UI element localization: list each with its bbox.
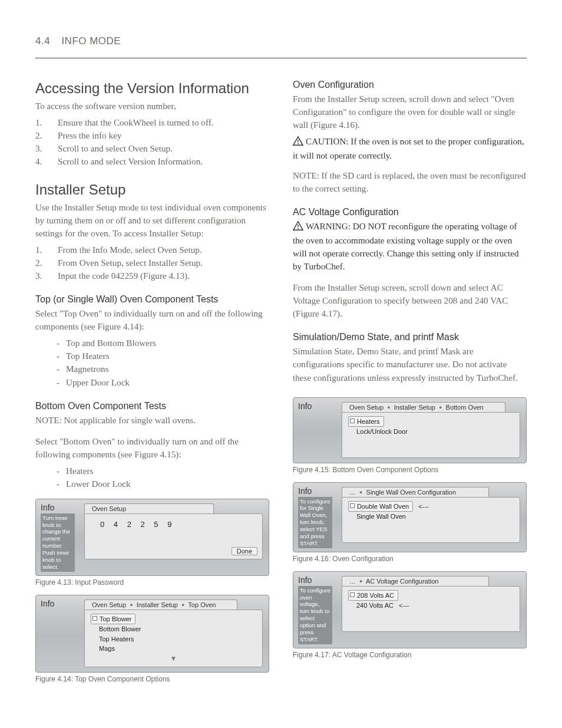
lcd-title: Info <box>298 486 332 496</box>
step: Input the code 042259 (Figure 4.13). <box>35 269 269 282</box>
step: Scroll to and select Oven Setup. <box>35 142 269 155</box>
caution-text: CAUTION: If the oven is not set to the p… <box>293 136 524 160</box>
figure-caption: Figure 4.15: Bottom Oven Component Optio… <box>293 466 527 474</box>
heading-top-tests: Top (or Single Wall) Oven Component Test… <box>35 294 269 305</box>
figure-4-15: Info Oven Setup ● Installer Setup ● Bott… <box>293 397 527 474</box>
installer-steps: From the Info Mode, select Oven Setup. F… <box>35 243 269 282</box>
figure-caption: Figure 4.16: Oven Configuration <box>293 555 527 563</box>
step: From the Info Mode, select Oven Setup. <box>35 243 269 256</box>
menu-item[interactable]: Bottom Blower <box>91 624 256 634</box>
figure-4-17: Info To configure oven voltage, turn kno… <box>293 571 527 659</box>
oven-config-note: NOTE: If the SD card is replaced, the ov… <box>293 169 527 195</box>
crumb: Installer Setup <box>137 601 178 608</box>
breadcrumb-sep-icon: ● <box>359 489 362 495</box>
password-code: 0 4 2 2 5 9 <box>91 518 256 529</box>
lcd-title: Info <box>41 503 75 512</box>
crumb: Top Oven <box>188 601 216 608</box>
figure-caption: Figure 4.17: AC Voltage Configuration <box>293 651 527 659</box>
ac-warning: WARNING: DO NOT reconfigure the operatin… <box>293 220 527 273</box>
bottom-tests-intro: Select "Bottom Oven" to individually tur… <box>35 435 269 461</box>
oven-config-intro: From the Installer Setup screen, scroll … <box>293 93 527 131</box>
top-tests-list: Top and Bottom Blowers Top Heaters Magne… <box>57 337 269 388</box>
breadcrumb-sep-icon: ● <box>181 602 184 608</box>
crumb: Single Wall Oven Configuration <box>366 489 456 496</box>
page-header: 4.4 INFO MODE <box>35 35 527 58</box>
selection-arrow-icon: <--- <box>399 602 409 609</box>
warning-icon <box>293 136 303 149</box>
lcd-title: Info <box>41 599 75 608</box>
lcd-tab: Oven Setup ● Installer Setup ● Top Oven <box>84 599 237 610</box>
lcd-tab-label: Oven Setup <box>92 505 126 512</box>
lcd-panel: 0 4 2 2 5 9 Done <box>84 513 263 559</box>
figure-4-14: Info Oven Setup ● Installer Setup ● Top … <box>35 595 269 683</box>
menu-item-selected[interactable]: 208 Volts AC <box>348 590 398 601</box>
figure-caption: Figure 4.14: Top Oven Component Options <box>35 675 269 683</box>
menu-item[interactable]: Single Wall Oven <box>348 512 514 522</box>
lcd-sidebar-note: To configure oven voltage, turn knob to … <box>298 586 332 644</box>
warning-icon <box>293 221 303 234</box>
lcd-panel: Heaters Lock/Unlock Door <box>342 412 520 458</box>
section-title: INFO MODE <box>61 35 121 47</box>
lcd-sidebar-note: Turn inner knob to change the current nu… <box>41 513 75 572</box>
section-number: 4.4 <box>35 35 50 47</box>
menu-item-selected[interactable]: Double Wall Oven <box>348 501 413 512</box>
svg-point-1 <box>297 143 299 144</box>
menu-item-selected[interactable]: Top Blower <box>91 614 135 625</box>
list-item: Heaters <box>57 465 269 477</box>
scroll-down-icon: ▼ <box>91 655 256 662</box>
breadcrumb-sep-icon: ● <box>359 578 362 584</box>
bottom-tests-note: NOTE: Not applicable for single wall ove… <box>35 414 269 427</box>
step: Press the info key <box>35 129 269 142</box>
right-column: Oven Configuration From the Installer Se… <box>293 80 527 683</box>
bottom-tests-list: Heaters Lower Door Lock <box>57 465 269 490</box>
selection-arrow-icon: <--- <box>418 503 428 510</box>
heading-oven-config: Oven Configuration <box>293 80 527 90</box>
list-item: Top Heaters <box>57 350 269 363</box>
step: From Oven Setup, select Installer Setup. <box>35 256 269 269</box>
ac-intro: From the Installer Setup screen, scroll … <box>293 281 527 320</box>
svg-point-3 <box>297 228 299 229</box>
lcd-panel: Top Blower Bottom Blower Top Heaters Mag… <box>84 610 263 667</box>
crumb: Installer Setup <box>394 404 435 411</box>
crumb: Oven Setup <box>92 601 126 608</box>
warning-text: WARNING: DO NOT reconfigure the operatin… <box>293 221 519 271</box>
crumb: … <box>349 489 356 496</box>
crumb: AC Voltage Configuration <box>366 578 439 585</box>
heading-sim-demo: Simulation/Demo State, and printf Mask <box>293 332 527 342</box>
lcd-title: Info <box>298 575 332 585</box>
lcd-sidebar-note: To configure for Single Wall Oven, turn … <box>298 497 332 548</box>
sim-demo-body: Simulation State, Demo State, and printf… <box>293 345 527 384</box>
top-tests-intro: Select "Top Oven" to individually turn o… <box>35 307 269 333</box>
lcd-panel: 208 Volts AC 240 Volts AC <--- <box>342 586 520 632</box>
breadcrumb-sep-icon: ● <box>439 404 442 410</box>
access-intro: To access the software version number, <box>35 100 269 113</box>
oven-config-caution: CAUTION: If the oven is not set to the p… <box>293 135 527 162</box>
menu-item[interactable]: Lock/Unlock Door <box>348 427 514 437</box>
lcd-tab: Oven Setup <box>84 503 214 513</box>
breadcrumb-sep-icon: ● <box>130 602 133 608</box>
figure-4-16: Info To configure for Single Wall Oven, … <box>293 482 527 563</box>
menu-item[interactable]: Mags <box>91 644 256 654</box>
lcd-panel: Double Wall Oven <--- Single Wall Oven <box>342 497 520 543</box>
crumb: Oven Setup <box>349 404 384 411</box>
heading-ac-config: AC Voltage Configuration <box>293 207 527 218</box>
lcd-tab: Oven Setup ● Installer Setup ● Bottom Ov… <box>342 402 505 412</box>
list-item: Top and Bottom Blowers <box>57 337 269 350</box>
done-button[interactable]: Done <box>232 547 257 555</box>
lcd-tab: … ● Single Wall Oven Configuration <box>342 487 489 497</box>
menu-item-selected[interactable]: Heaters <box>348 416 384 427</box>
menu-item[interactable]: 240 Volts AC <--- <box>348 601 514 611</box>
figure-4-13: Info Turn inner knob to change the curre… <box>35 499 269 587</box>
menu-item[interactable]: Top Heaters <box>91 634 256 644</box>
step: Ensure that the CookWheel is turned to o… <box>35 116 269 129</box>
lcd-title: Info <box>298 401 332 411</box>
left-column: Accessing the Version Information To acc… <box>35 80 269 683</box>
list-item: Lower Door Lock <box>57 477 269 490</box>
crumb: … <box>349 578 356 585</box>
crumb: Bottom Oven <box>446 404 484 411</box>
figure-caption: Figure 4.13: Input Password <box>35 578 269 587</box>
list-item: Upper Door Lock <box>57 376 269 389</box>
heading-bottom-tests: Bottom Oven Component Tests <box>35 401 269 411</box>
heading-installer-setup: Installer Setup <box>35 181 269 199</box>
step: Scroll to and select Version Information… <box>35 155 269 168</box>
